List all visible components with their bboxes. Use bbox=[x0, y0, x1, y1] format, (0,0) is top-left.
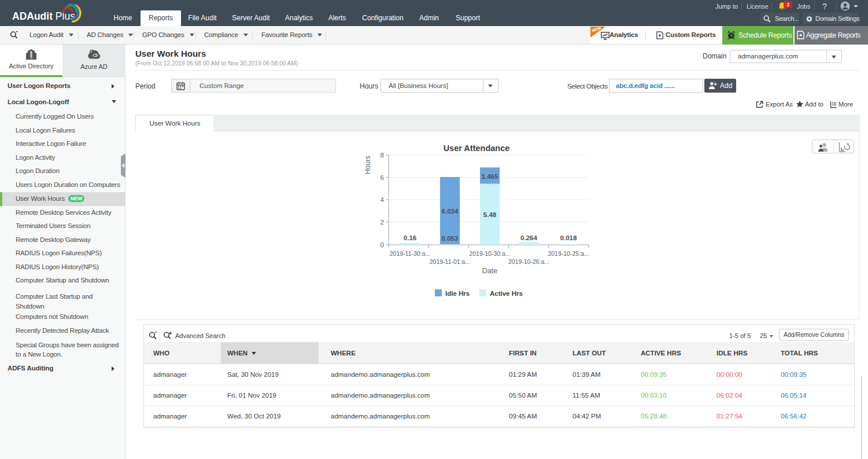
svg-text:2019-10-26:a...: 2019-10-26:a... bbox=[508, 258, 549, 265]
svg-text:0.16: 0.16 bbox=[404, 234, 416, 241]
svg-text:Idle Hrs: Idle Hrs bbox=[445, 290, 470, 297]
svg-text:0.053: 0.053 bbox=[442, 235, 459, 242]
svg-text:2019-11-01:a...: 2019-11-01:a... bbox=[430, 258, 470, 265]
svg-text:0.018: 0.018 bbox=[560, 234, 577, 241]
svg-text:2: 2 bbox=[381, 219, 384, 226]
svg-text:5.48: 5.48 bbox=[483, 211, 497, 218]
svg-text:User Attendance: User Attendance bbox=[444, 144, 510, 153]
svg-text:1.465: 1.465 bbox=[482, 173, 498, 180]
svg-text:8: 8 bbox=[381, 152, 384, 159]
svg-text:6.034: 6.034 bbox=[442, 208, 459, 215]
svg-text:2019-10-30:a...: 2019-10-30:a... bbox=[469, 250, 510, 257]
svg-text:2019-10-25:a...: 2019-10-25:a... bbox=[548, 250, 589, 257]
svg-text:6: 6 bbox=[381, 174, 384, 181]
svg-text:0.264: 0.264 bbox=[520, 234, 537, 241]
svg-text:2019-11-30:a...: 2019-11-30:a... bbox=[390, 250, 430, 257]
svg-text:Hours: Hours bbox=[364, 156, 372, 174]
svg-text:0: 0 bbox=[381, 241, 384, 248]
svg-text:Date: Date bbox=[482, 267, 497, 275]
svg-text:Active Hrs: Active Hrs bbox=[490, 290, 523, 297]
svg-text:4: 4 bbox=[381, 196, 385, 203]
